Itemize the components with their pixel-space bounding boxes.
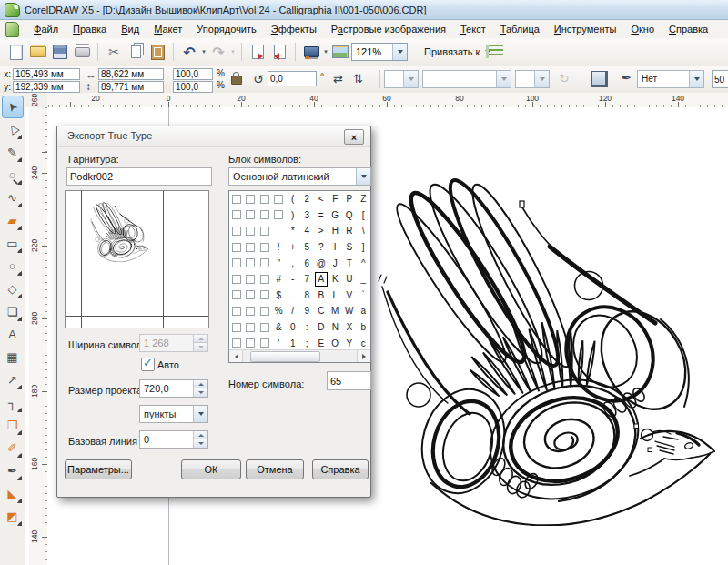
horizontal-ruler[interactable]: 20020406080100120140 [47, 93, 728, 108]
rectangle-tool[interactable]: ▭ [2, 232, 24, 255]
char-cell[interactable]: 3 [300, 207, 315, 224]
zoom-tool[interactable]: ○ [2, 164, 24, 187]
menu-item[interactable]: Файл [26, 22, 66, 36]
spin-down-icon[interactable] [194, 388, 207, 397]
charset-checkbox[interactable] [232, 338, 241, 348]
document-icon[interactable] [5, 22, 19, 37]
baseline-spinner[interactable]: 0 [139, 430, 208, 449]
char-cell[interactable]: S [342, 239, 357, 256]
pick-tool[interactable]: ➤ [2, 96, 24, 118]
print-icon[interactable] [73, 43, 91, 61]
eyedropper-tool[interactable]: ✐ [2, 437, 24, 459]
char-cell[interactable]: * [286, 223, 300, 239]
chevron-down-icon[interactable]: ▾ [229, 48, 237, 55]
char-cell[interactable] [258, 191, 272, 207]
charset-checkbox[interactable] [260, 210, 269, 219]
char-cell[interactable] [229, 255, 244, 271]
shape-tool[interactable]: ▷ [2, 118, 24, 141]
menu-item[interactable]: Окно [623, 22, 662, 36]
char-cell[interactable] [244, 288, 258, 304]
charset-checkbox[interactable] [274, 210, 283, 219]
menu-item[interactable]: Таблица [493, 22, 547, 36]
char-cell[interactable]: - [286, 271, 300, 288]
font-family-field[interactable] [66, 167, 212, 186]
char-cell[interactable]: B [314, 288, 329, 304]
char-cell[interactable]: [ [357, 207, 371, 224]
scale-y-field[interactable] [173, 81, 213, 93]
export-icon[interactable] [270, 43, 288, 61]
dimension-tool[interactable]: ↗ [2, 368, 24, 391]
chevron-down-icon[interactable]: ▾ [200, 48, 207, 55]
menu-item[interactable]: Растровые изображения [324, 22, 453, 36]
mirror-horizontal-icon[interactable]: ⇄ [333, 72, 343, 86]
char-cell[interactable]: T [342, 255, 357, 271]
design-size-spinner[interactable]: 720,0 [139, 379, 208, 398]
char-cell[interactable]: # [272, 271, 287, 288]
char-cell[interactable] [244, 191, 258, 207]
char-cell[interactable]: R [342, 223, 357, 239]
spin-up-icon[interactable] [194, 335, 207, 342]
char-cell[interactable]: _ [357, 271, 371, 288]
char-cell[interactable] [229, 288, 244, 304]
object-height-field[interactable] [98, 81, 164, 93]
y-position-field[interactable] [13, 81, 80, 93]
menu-item[interactable]: Эффекты [264, 22, 324, 36]
charset-checkbox[interactable] [232, 210, 241, 219]
char-cell[interactable] [229, 239, 244, 256]
redo-icon[interactable]: ↷ [209, 43, 228, 61]
undo-icon[interactable]: ↶ [180, 43, 198, 61]
ellipse-tool[interactable]: ○ [2, 255, 24, 277]
char-cell[interactable]: P [342, 191, 357, 207]
dialog-title-bar[interactable]: Экспорт True Type × [57, 126, 370, 147]
char-cell[interactable]: M [329, 303, 343, 319]
mirror-vertical-icon[interactable]: ⇅ [353, 72, 363, 86]
char-cell[interactable]: 2 [300, 191, 315, 207]
char-cell[interactable] [258, 239, 272, 256]
char-cell[interactable]: ) [286, 207, 300, 224]
char-cell[interactable] [258, 223, 272, 239]
copy-icon[interactable] [126, 43, 145, 61]
scroll-left-button[interactable] [229, 350, 243, 362]
options-icon[interactable] [486, 45, 503, 58]
char-cell[interactable] [229, 223, 244, 239]
charset-checkbox[interactable] [260, 290, 269, 299]
char-cell[interactable]: 9 [300, 303, 315, 319]
char-cell[interactable]: 0 [286, 319, 300, 336]
char-cell[interactable]: V [342, 288, 357, 304]
char-cell[interactable]: L [329, 288, 343, 304]
char-cell[interactable] [244, 255, 258, 271]
char-cell[interactable]: a [357, 303, 371, 319]
lock-ratio-icon[interactable] [231, 76, 242, 85]
char-cell[interactable]: > [314, 223, 329, 239]
edge-clipped-field[interactable] [712, 70, 728, 88]
outline-style-combo[interactable] [422, 70, 511, 88]
menu-item[interactable]: Справка [662, 22, 715, 36]
close-button[interactable]: × [344, 129, 364, 145]
grid-horizontal-scrollbar[interactable] [229, 349, 370, 362]
char-width-spinner[interactable]: 1 268 [139, 334, 208, 352]
char-cell[interactable]: . [286, 288, 300, 304]
char-cell[interactable]: 7 [300, 271, 315, 288]
object-width-field[interactable] [98, 68, 164, 80]
polygon-tool[interactable]: ◇ [2, 277, 24, 300]
outline-pen-icon[interactable]: ✒ [622, 71, 632, 85]
char-cell[interactable] [258, 207, 272, 224]
spin-up-icon[interactable] [194, 431, 207, 439]
scroll-thumb[interactable] [250, 351, 320, 362]
charset-checkbox[interactable] [260, 227, 269, 236]
char-cell[interactable]: C [314, 303, 329, 319]
crop-tool[interactable]: ✎ [2, 141, 24, 164]
charset-checkbox[interactable] [260, 307, 269, 316]
x-position-field[interactable] [13, 68, 80, 80]
char-cell[interactable] [272, 191, 287, 207]
scroll-right-button[interactable] [357, 350, 370, 362]
snap-to-dropdown[interactable]: Привязать к [420, 43, 494, 61]
options-button[interactable]: Параметры... [65, 459, 132, 479]
char-cell[interactable] [272, 223, 287, 239]
outline-pen-tool[interactable]: ✒ [2, 459, 24, 482]
char-cell[interactable] [258, 319, 272, 336]
rotation-angle-field[interactable] [268, 71, 317, 86]
char-cell[interactable]: 5 [300, 239, 315, 256]
app-launcher-icon[interactable] [302, 43, 320, 61]
char-cell[interactable]: H [329, 223, 343, 239]
